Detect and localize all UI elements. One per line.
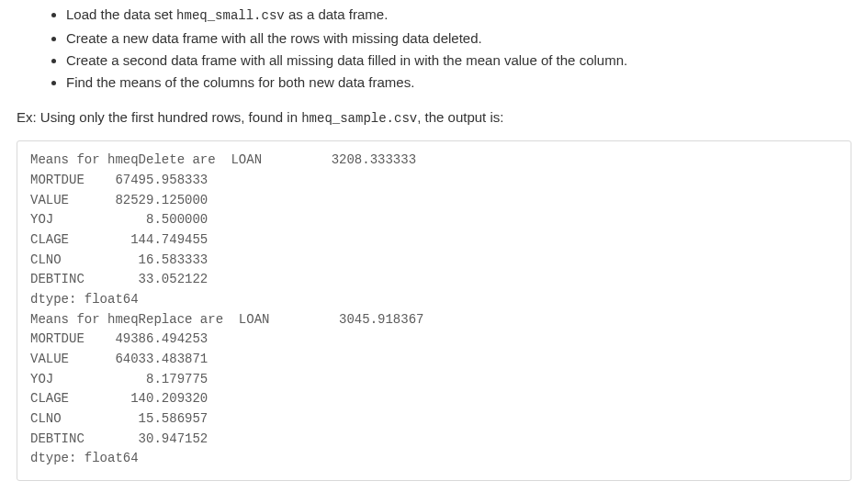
list-text: Load the data set	[66, 6, 176, 22]
list-item: Create a second data frame with all miss…	[66, 50, 851, 72]
example-suffix: , the output is:	[417, 109, 503, 125]
inline-code: hmeq_small.csv	[176, 8, 285, 23]
example-line: Ex: Using only the first hundred rows, f…	[17, 106, 851, 129]
list-text: Create a new data frame with all the row…	[66, 30, 482, 46]
list-item: Find the means of the columns for both n…	[66, 72, 851, 94]
list-text: as a data frame.	[285, 6, 389, 22]
list-item: Load the data set hmeq_small.csv as a da…	[66, 4, 851, 28]
task-list: Load the data set hmeq_small.csv as a da…	[17, 4, 851, 94]
list-text: Find the means of the columns for both n…	[66, 74, 414, 90]
list-item: Create a new data frame with all the row…	[66, 28, 851, 50]
list-text: Create a second data frame with all miss…	[66, 52, 627, 68]
example-prefix: Ex: Using only the first hundred rows, f…	[17, 109, 301, 125]
output-block: Means for hmeqDelete are LOAN 3208.33333…	[17, 140, 851, 481]
inline-code: hmeq_sample.csv	[301, 111, 417, 126]
